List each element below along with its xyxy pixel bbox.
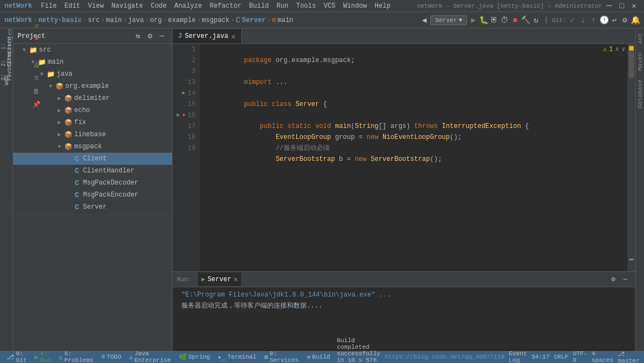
line-num-17: 17 xyxy=(173,121,200,132)
git-check-icon[interactable]: ✓ xyxy=(568,16,577,25)
menu-help[interactable]: Help xyxy=(371,1,394,11)
status-services[interactable]: ⚙ 8: Services xyxy=(262,350,301,363)
event-log[interactable]: Event Log xyxy=(509,350,527,363)
tree-arrow-fix: ▶ xyxy=(55,118,64,127)
menu-run[interactable]: Run xyxy=(273,1,292,11)
ant-panel-label[interactable]: Ant xyxy=(636,29,644,48)
line-ending[interactable]: CRLF xyxy=(554,354,568,360)
menu-tools[interactable]: Tools xyxy=(293,1,319,11)
settings-icon[interactable]: ⚙ xyxy=(620,16,629,25)
breadcrumb-main[interactable]: main xyxy=(106,16,122,24)
debug-icon[interactable]: 🐛 xyxy=(479,16,488,25)
expand-icon[interactable]: ∨ xyxy=(621,45,625,53)
status-problems[interactable]: ⚠ 6: Problems xyxy=(57,350,96,363)
sync-icon[interactable]: ↻ xyxy=(531,16,540,25)
close-btn[interactable]: ✕ xyxy=(629,0,640,12)
stop-icon[interactable]: ■ xyxy=(510,16,519,25)
tab-close-btn[interactable]: ✕ xyxy=(231,32,235,41)
todo-icon: ≡ xyxy=(101,353,105,361)
editor-tabs: J Server.java ✕ xyxy=(173,29,635,44)
run-close-icon[interactable]: ─ xyxy=(620,274,631,285)
maven-panel-label[interactable]: Maven xyxy=(636,48,644,75)
indent-label[interactable]: 4 spaces xyxy=(592,350,614,363)
tree-arrow-org: ▼ xyxy=(46,82,55,91)
line-numbers: 1 2 3 13 ▶ 14 15 ▶ ● 16 17 18 19 xyxy=(173,44,200,271)
status-run[interactable]: ▶ 4: Run xyxy=(32,350,53,363)
breadcrumb-java[interactable]: java xyxy=(128,16,144,24)
tree-item-fix[interactable]: ▶ 📦 fix xyxy=(13,116,172,129)
minimize-btn[interactable]: ─ xyxy=(603,0,615,12)
breadcrumb-org[interactable]: org xyxy=(150,16,162,24)
code-line-3: ⊞import ... xyxy=(204,66,635,77)
git-history-icon[interactable]: 🕐 xyxy=(599,16,608,25)
status-java-enterprise[interactable]: ☕ Java Enterprise xyxy=(127,350,173,363)
panel-minimize[interactable]: ─ xyxy=(157,31,168,42)
menu-analyze[interactable]: Analyze xyxy=(171,1,205,11)
favorites-tab-icon[interactable]: 2: Favorites xyxy=(0,59,13,72)
build-icon: ⚒ xyxy=(307,353,310,361)
menu-file[interactable]: File xyxy=(37,1,60,11)
editor-area: J Server.java ✕ ⚠ 1 ∧ ∨ 1 2 3 13 ▶ xyxy=(173,29,635,351)
tree-item-server[interactable]: ▶ C Server xyxy=(13,201,172,213)
git-update-icon[interactable]: ↓ xyxy=(579,16,587,25)
status-spring-label: Spring xyxy=(188,354,210,360)
tree-item-msgpack[interactable]: ▼ 📦 msgpack xyxy=(13,141,172,153)
panel-collapse-all[interactable]: ⇆ xyxy=(132,31,143,42)
profile-icon[interactable]: ⏱ xyxy=(500,16,509,25)
panel-settings[interactable]: ⚙ xyxy=(145,31,156,42)
line-num-1: 1 xyxy=(173,44,200,55)
status-spring[interactable]: 🌿 Spring xyxy=(176,353,213,361)
back-icon[interactable]: ◀ xyxy=(420,16,429,25)
status-todo[interactable]: ≡ TODO xyxy=(99,353,124,361)
breadcrumb-msgpack[interactable]: msgpack xyxy=(202,16,229,24)
run-tab-close[interactable]: ✕ xyxy=(234,275,238,284)
menu-edit[interactable]: Edit xyxy=(61,1,84,11)
toolbar-icons: ◀ Server ▼ ▶ 🐛 ⛨ ⏱ ■ 🔨 ↻ | Git: ✓ ↓ ↑ 🕐 … xyxy=(420,15,640,25)
run-config-btn[interactable]: Server ▼ xyxy=(430,15,467,25)
menu-view[interactable]: View xyxy=(85,1,107,11)
run-with-coverage-icon[interactable]: ⛨ xyxy=(490,16,498,25)
tree-item-client[interactable]: ▶ C Client xyxy=(13,153,172,165)
git-revert-icon[interactable]: ↩ xyxy=(610,16,619,25)
branch-label[interactable]: ⎇ master xyxy=(618,350,640,364)
menu-vcs[interactable]: VCS xyxy=(320,1,339,11)
editor-content[interactable]: ⚠ 1 ∧ ∨ 1 2 3 13 ▶ 14 15 ▶ ● 16 xyxy=(173,44,635,271)
database-panel-label[interactable]: Database xyxy=(636,75,644,113)
menu-code[interactable]: Code xyxy=(147,1,170,11)
breadcrumb-src[interactable]: src xyxy=(88,16,100,24)
editor-scrollbar-track[interactable] xyxy=(628,44,635,271)
code-lines[interactable]: package org.example.msgpack; ⊞import ...… xyxy=(200,44,635,271)
maximize-btn[interactable]: □ xyxy=(616,1,627,12)
run-tab-server[interactable]: ▶ Server ✕ xyxy=(198,272,241,286)
tab-server-java[interactable]: J Server.java ✕ xyxy=(173,29,242,43)
build-project-icon[interactable]: 🔨 xyxy=(521,16,530,25)
tree-item-clienthandler[interactable]: ▶ C ClientHandler xyxy=(13,165,172,177)
panel-actions: ⇆ ⚙ ─ xyxy=(132,31,168,42)
breadcrumb-server[interactable]: Server xyxy=(242,16,265,24)
menu-window[interactable]: Window xyxy=(340,1,370,11)
git-push-icon[interactable]: ↑ xyxy=(589,16,598,25)
run-icon[interactable]: ▶ xyxy=(469,16,478,25)
breadcrumb-netty-basic[interactable]: netty-basic xyxy=(38,16,82,24)
menu-build[interactable]: Build xyxy=(246,1,272,11)
run-settings-icon[interactable]: ⚙ xyxy=(608,274,619,285)
breadcrumb-main-method[interactable]: main xyxy=(277,16,293,24)
tree-item-decoder[interactable]: ▶ C MsgPackDecoder xyxy=(13,177,172,189)
menu-navigate[interactable]: Navigate xyxy=(108,1,147,11)
charset-label[interactable]: UTF-8 xyxy=(573,350,587,363)
notifications-icon[interactable]: 🔔 xyxy=(631,16,640,25)
menu-refactor[interactable]: Refactor xyxy=(207,1,245,11)
url-link[interactable]: https://blog.csdn.net/qq_40977118 xyxy=(385,354,504,360)
status-build-label: Build xyxy=(312,354,330,360)
status-git[interactable]: ⎇ 9: Git xyxy=(4,350,29,363)
run-output-line-2: 服务器启动完成，等待客户端的连接和数据.... xyxy=(181,300,631,311)
tree-item-encoder[interactable]: ▶ C MsgPackEncoder xyxy=(13,189,172,201)
breakpoint-16[interactable]: ● xyxy=(182,110,186,121)
breadcrumb-netWork[interactable]: netWork xyxy=(4,16,32,24)
status-build[interactable]: ⚒ Build xyxy=(304,353,332,361)
web-tab-icon[interactable]: Web xyxy=(0,74,13,87)
collapse-icon[interactable]: ∧ xyxy=(615,45,619,53)
breadcrumb-example[interactable]: example xyxy=(168,16,196,24)
status-terminal[interactable]: ▸_ Terminal xyxy=(215,353,258,361)
tree-item-linebase[interactable]: ▶ 📦 linebase xyxy=(13,129,172,141)
